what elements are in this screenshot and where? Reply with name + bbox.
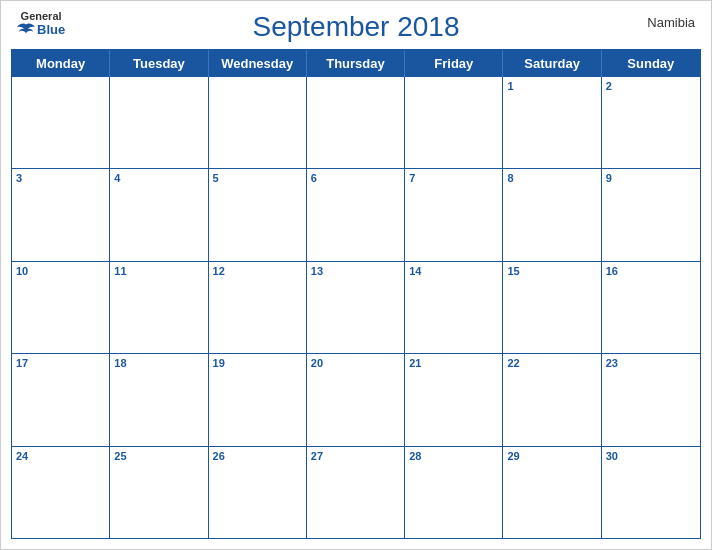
day-cell: 3: [12, 169, 110, 260]
day-cell: 13: [307, 262, 405, 353]
day-cell: 19: [209, 354, 307, 445]
day-number: 2: [606, 80, 612, 92]
logo-bird-icon: [17, 22, 35, 36]
day-cell: 16: [602, 262, 700, 353]
logo: General Blue: [17, 11, 65, 36]
day-cell: 22: [503, 354, 601, 445]
day-number: 20: [311, 357, 323, 369]
day-number: 15: [507, 265, 519, 277]
day-number: 24: [16, 450, 28, 462]
day-cell: 17: [12, 354, 110, 445]
day-cell: [307, 77, 405, 168]
logo-blue-text: Blue: [17, 22, 65, 36]
day-cell: [12, 77, 110, 168]
day-number: 30: [606, 450, 618, 462]
day-number: 1: [507, 80, 513, 92]
day-cell: [209, 77, 307, 168]
day-cell: 25: [110, 447, 208, 538]
day-number: 13: [311, 265, 323, 277]
calendar-page: General Blue September 2018 Namibia Mond…: [0, 0, 712, 550]
country-label: Namibia: [647, 15, 695, 30]
day-header-sunday: Sunday: [602, 50, 700, 77]
day-cell: 23: [602, 354, 700, 445]
day-header-friday: Friday: [405, 50, 503, 77]
day-number: 14: [409, 265, 421, 277]
day-cell: 8: [503, 169, 601, 260]
day-cell: 28: [405, 447, 503, 538]
day-number: 5: [213, 172, 219, 184]
day-cell: 7: [405, 169, 503, 260]
day-number: 26: [213, 450, 225, 462]
day-cell: 5: [209, 169, 307, 260]
day-header-wednesday: Wednesday: [209, 50, 307, 77]
weeks-container: 1234567891011121314151617181920212223242…: [12, 77, 700, 538]
day-header-monday: Monday: [12, 50, 110, 77]
day-number: 8: [507, 172, 513, 184]
logo-general-text: General: [21, 11, 62, 22]
day-cell: 29: [503, 447, 601, 538]
day-cell: 14: [405, 262, 503, 353]
day-cell: 21: [405, 354, 503, 445]
day-number: 25: [114, 450, 126, 462]
day-number: 7: [409, 172, 415, 184]
week-row-1: 12: [12, 77, 700, 168]
day-cell: [110, 77, 208, 168]
week-row-3: 10111213141516: [12, 261, 700, 353]
week-row-2: 3456789: [12, 168, 700, 260]
day-number: 18: [114, 357, 126, 369]
day-number: 12: [213, 265, 225, 277]
day-number: 4: [114, 172, 120, 184]
day-number: 28: [409, 450, 421, 462]
day-header-thursday: Thursday: [307, 50, 405, 77]
day-number: 22: [507, 357, 519, 369]
day-number: 3: [16, 172, 22, 184]
day-cell: [405, 77, 503, 168]
day-number: 11: [114, 265, 126, 277]
day-cell: 2: [602, 77, 700, 168]
day-number: 17: [16, 357, 28, 369]
day-cell: 10: [12, 262, 110, 353]
day-number: 10: [16, 265, 28, 277]
day-cell: 12: [209, 262, 307, 353]
day-header-saturday: Saturday: [503, 50, 601, 77]
day-number: 23: [606, 357, 618, 369]
day-number: 19: [213, 357, 225, 369]
day-cell: 9: [602, 169, 700, 260]
day-cell: 4: [110, 169, 208, 260]
days-header-row: MondayTuesdayWednesdayThursdayFridaySatu…: [12, 50, 700, 77]
day-number: 16: [606, 265, 618, 277]
day-cell: 26: [209, 447, 307, 538]
day-cell: 30: [602, 447, 700, 538]
week-row-4: 17181920212223: [12, 353, 700, 445]
calendar-grid: MondayTuesdayWednesdayThursdayFridaySatu…: [11, 49, 701, 539]
day-cell: 24: [12, 447, 110, 538]
day-number: 6: [311, 172, 317, 184]
day-header-tuesday: Tuesday: [110, 50, 208, 77]
week-row-5: 24252627282930: [12, 446, 700, 538]
day-number: 21: [409, 357, 421, 369]
day-cell: 6: [307, 169, 405, 260]
day-number: 9: [606, 172, 612, 184]
day-number: 27: [311, 450, 323, 462]
day-cell: 1: [503, 77, 601, 168]
day-cell: 27: [307, 447, 405, 538]
day-cell: 20: [307, 354, 405, 445]
day-cell: 15: [503, 262, 601, 353]
day-cell: 11: [110, 262, 208, 353]
calendar-title: September 2018: [252, 11, 459, 43]
day-number: 29: [507, 450, 519, 462]
calendar-header: General Blue September 2018 Namibia: [1, 1, 711, 49]
day-cell: 18: [110, 354, 208, 445]
